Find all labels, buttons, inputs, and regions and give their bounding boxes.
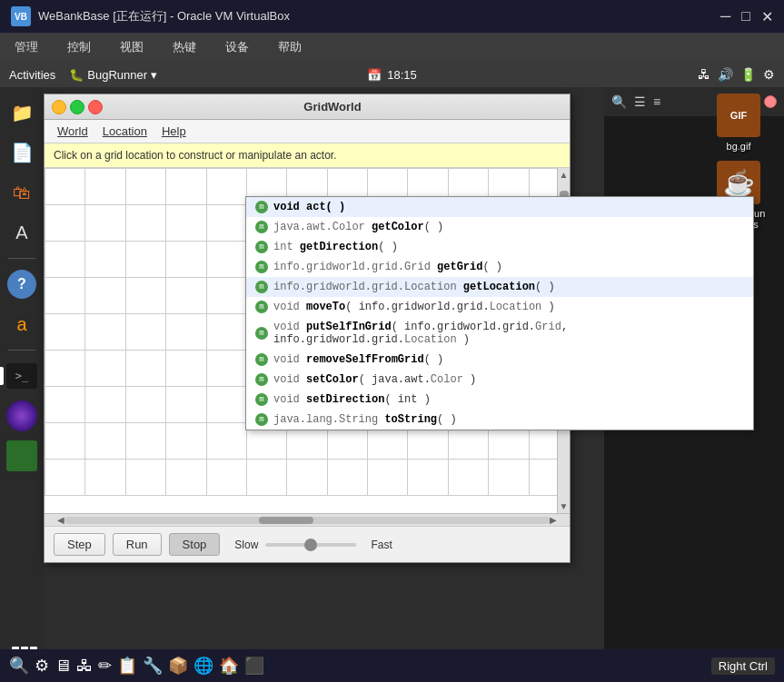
bottom-icon-0[interactable]: 🔍 xyxy=(9,656,29,676)
ac-item-putself[interactable]: m void putSelfInGrid( info.gridworld.gri… xyxy=(246,317,753,350)
bottom-icon-3[interactable]: 🖧 xyxy=(76,657,93,676)
vm-menu-control[interactable]: 控制 xyxy=(62,35,96,59)
scroll-up-arrow-icon[interactable]: ▲ xyxy=(558,168,570,182)
maximize-button[interactable]: □ xyxy=(741,8,750,25)
app-name-label[interactable]: 🐛 BugRunner ▾ xyxy=(69,68,157,82)
gw-close-btn[interactable] xyxy=(88,100,103,114)
gw-minimize-btn[interactable] xyxy=(52,100,66,114)
grid-cell[interactable] xyxy=(327,460,367,496)
grid-cell[interactable] xyxy=(166,205,206,242)
grid-cell[interactable] xyxy=(45,169,85,205)
rp-list-icon[interactable]: ☰ xyxy=(634,94,646,109)
grid-cell[interactable] xyxy=(85,314,125,351)
gw-menu-help[interactable]: Help xyxy=(156,123,192,140)
grid-cell[interactable] xyxy=(206,351,246,387)
grid-cell[interactable] xyxy=(206,314,246,351)
grid-cell[interactable] xyxy=(45,205,85,242)
grid-cell[interactable] xyxy=(125,423,165,460)
grid-cell[interactable] xyxy=(125,314,165,351)
bottom-icon-5[interactable]: 📋 xyxy=(117,656,137,676)
run-button[interactable]: Run xyxy=(113,533,162,556)
ac-item-setdirection[interactable]: m void setDirection( int ) xyxy=(246,390,753,410)
scroll-down-arrow-icon[interactable]: ▼ xyxy=(558,499,570,513)
grid-cell[interactable] xyxy=(408,460,448,496)
grid-cell[interactable] xyxy=(166,278,206,314)
grid-cell[interactable] xyxy=(489,460,529,496)
dock-item-files[interactable]: 📁 xyxy=(4,94,40,131)
grid-cell[interactable] xyxy=(125,278,165,314)
dock-item-amazon[interactable]: a xyxy=(4,306,40,342)
grid-cell[interactable] xyxy=(206,169,246,205)
grid-cell[interactable] xyxy=(45,351,85,387)
vm-menu-manage[interactable]: 管理 xyxy=(9,35,44,59)
rp-menu-icon[interactable]: ≡ xyxy=(653,94,660,109)
grid-cell[interactable] xyxy=(448,460,488,496)
grid-cell[interactable] xyxy=(206,205,246,242)
minimize-button[interactable]: ─ xyxy=(720,8,730,25)
vm-menu-devices[interactable]: 设备 xyxy=(220,35,254,59)
gw-menu-location[interactable]: Location xyxy=(97,123,153,140)
grid-cell[interactable] xyxy=(206,387,246,423)
ac-item-act[interactable]: m void act( ) xyxy=(246,197,753,217)
grid-cell[interactable] xyxy=(85,387,125,423)
grid-cell[interactable] xyxy=(45,423,85,460)
stop-button[interactable]: Stop xyxy=(169,533,221,556)
grid-cell[interactable] xyxy=(287,460,327,496)
scroll-left-arrow-icon[interactable]: ◀ xyxy=(57,515,65,525)
scroll-right-arrow-icon[interactable]: ▶ xyxy=(550,515,557,525)
gw-scrollbar-horizontal[interactable]: ◀ ▶ xyxy=(45,513,570,526)
grid-cell[interactable] xyxy=(125,460,165,496)
grid-cell[interactable] xyxy=(125,387,165,423)
ac-item-tostring[interactable]: m java.lang.String toString( ) xyxy=(246,410,753,430)
ac-item-getlocation[interactable]: m info.gridworld.grid.Location getLocati… xyxy=(246,277,753,297)
grid-cell[interactable] xyxy=(206,278,246,314)
ac-item-getcolor[interactable]: m java.awt.Color getColor( ) xyxy=(246,217,753,237)
bottom-icon-4[interactable]: ✏ xyxy=(98,656,112,676)
dock-item-store[interactable]: 🛍 xyxy=(4,174,40,211)
dock-item-grid[interactable] xyxy=(4,438,40,474)
speed-slider[interactable] xyxy=(265,543,356,547)
gw-menu-world[interactable]: World xyxy=(52,123,94,140)
grid-cell[interactable] xyxy=(85,351,125,387)
battery-icon[interactable]: 🔋 xyxy=(740,67,756,82)
grid-cell[interactable] xyxy=(85,423,125,460)
grid-cell[interactable] xyxy=(246,460,286,496)
grid-cell[interactable] xyxy=(85,278,125,314)
grid-cell[interactable] xyxy=(125,169,165,205)
vm-menu-help[interactable]: 帮助 xyxy=(273,35,307,59)
vm-menu-hotkey[interactable]: 热键 xyxy=(167,35,202,59)
grid-cell[interactable] xyxy=(166,169,206,205)
bottom-icon-9[interactable]: 🏠 xyxy=(219,656,239,676)
grid-cell[interactable] xyxy=(45,242,85,278)
step-button[interactable]: Step xyxy=(54,533,105,556)
gw-scrollbar-thumb-h[interactable] xyxy=(259,517,313,524)
grid-cell[interactable] xyxy=(45,460,85,496)
activities-button[interactable]: Activities xyxy=(9,68,55,82)
bottom-icon-6[interactable]: 🔧 xyxy=(143,656,163,676)
dock-item-fonts[interactable]: A xyxy=(4,214,40,251)
grid-cell[interactable] xyxy=(206,242,246,278)
grid-cell[interactable] xyxy=(166,242,206,278)
ac-item-setcolor[interactable]: m void setColor( java.awt.Color ) xyxy=(246,370,753,390)
ac-item-removeself[interactable]: m void removeSelfFromGrid( ) xyxy=(246,350,753,370)
network-icon[interactable]: 🖧 xyxy=(698,67,710,82)
window-controls[interactable]: ─ □ ✕ xyxy=(720,8,773,25)
dock-item-help[interactable]: ? xyxy=(4,266,40,302)
bottom-icon-8[interactable]: 🌐 xyxy=(194,656,213,676)
gw-maximize-btn[interactable] xyxy=(70,100,84,114)
grid-cell[interactable] xyxy=(166,423,206,460)
grid-cell[interactable] xyxy=(368,460,408,496)
volume-icon[interactable]: 🔊 xyxy=(718,67,733,82)
settings-icon[interactable]: ⚙ xyxy=(763,67,775,82)
close-button[interactable]: ✕ xyxy=(761,8,773,25)
rp-search-icon[interactable]: 🔍 xyxy=(611,94,627,109)
ac-item-getgrid[interactable]: m info.gridworld.grid.Grid getGrid( ) xyxy=(246,257,753,277)
ac-item-getdirection[interactable]: m int getDirection( ) xyxy=(246,237,753,257)
grid-cell[interactable] xyxy=(166,314,206,351)
bottom-icon-1[interactable]: ⚙ xyxy=(35,656,49,676)
grid-cell[interactable] xyxy=(45,314,85,351)
grid-cell[interactable] xyxy=(85,460,125,496)
ac-item-moveto[interactable]: m void moveTo( info.gridworld.grid.Locat… xyxy=(246,297,753,317)
grid-cell[interactable] xyxy=(85,242,125,278)
dock-item-eclipse[interactable] xyxy=(4,398,40,434)
